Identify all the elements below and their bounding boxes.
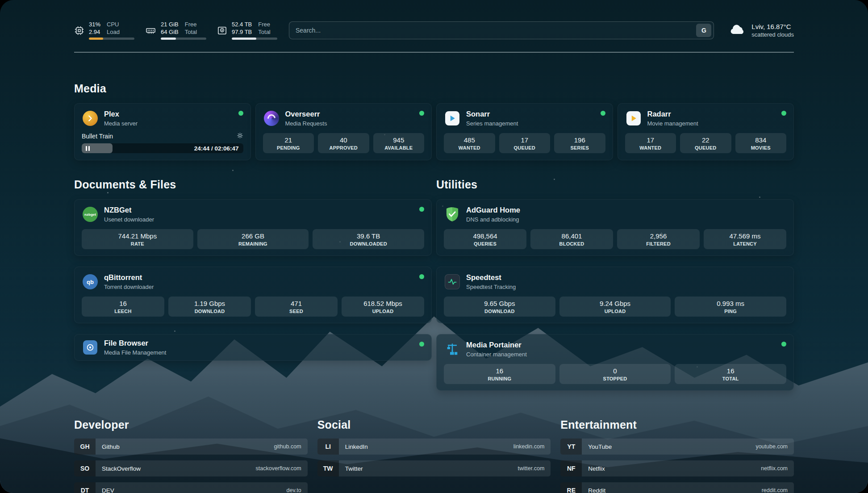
adguard-stat-latency: 47.569 ms LATENCY: [704, 229, 786, 249]
radarr-stat-movies: 834 MOVIES: [735, 133, 787, 153]
radarr-stat-queued: 22 QUEUED: [680, 133, 731, 153]
overseerr-card[interactable]: Overseerr Media Requests 21 PENDING 40 A…: [255, 103, 432, 160]
bookmark-url: linkedin.com: [513, 443, 544, 450]
bookmark-name: Twitter: [345, 465, 363, 472]
disk-label-2: Total: [258, 29, 270, 36]
radarr-stat-wanted: 17 WANTED: [625, 133, 676, 153]
entertainment-section-title: Entertainment: [560, 418, 794, 431]
weather-widget[interactable]: Lviv, 16.87°C scattered clouds: [729, 23, 794, 38]
adguard-subtitle: DNS and adblocking: [466, 216, 520, 223]
adguard-name: AdGuard Home: [466, 206, 520, 215]
bookmark-dev[interactable]: DT DEV dev.to: [74, 482, 308, 493]
sonarr-subtitle: Series management: [466, 120, 518, 127]
cpu-icon: [74, 25, 84, 36]
disk-label-1: Free: [258, 21, 270, 29]
pause-button[interactable]: [86, 146, 90, 151]
bookmark-abbr: TW: [317, 460, 339, 476]
nzbget-name: NZBGet: [104, 206, 154, 215]
media-section-title: Media: [74, 82, 794, 95]
speedtest-stat-ping: 0.993 ms PING: [675, 297, 786, 317]
disk-icon: [217, 25, 227, 36]
bookmark-linkedin[interactable]: LI LinkedIn linkedin.com: [317, 439, 551, 455]
plex-status-dot: [238, 111, 243, 116]
portainer-stat-total: 16 TOTAL: [675, 364, 786, 384]
topbar: 31% 2.94 CPU Load: [74, 18, 794, 43]
qbittorrent-card[interactable]: qb qBittorrent Torrent downloader 16 LEE…: [74, 267, 432, 323]
bookmark-twitter[interactable]: TW Twitter twitter.com: [317, 460, 551, 476]
filebrowser-card[interactable]: File Browser Media File Management: [74, 334, 432, 361]
portainer-stat-stopped: 0 STOPPED: [559, 364, 671, 384]
system-monitors: 31% 2.94 CPU Load: [74, 21, 277, 40]
bookmark-abbr: GH: [74, 439, 96, 455]
adguard-stat-filtered: 2,956 FILTERED: [617, 229, 700, 249]
plex-icon: [82, 110, 99, 127]
bookmark-name: StackOverflow: [102, 465, 141, 472]
bookmark-url: reddit.com: [762, 487, 788, 493]
qbittorrent-stat-seed: 471 SEED: [255, 297, 338, 317]
nzbget-subtitle: Usenet downloader: [104, 216, 154, 223]
social-section-title: Social: [317, 418, 551, 431]
section-entertainment: Entertainment YT YouTube youtube.com NF …: [560, 418, 794, 493]
ram-label-1: Free: [185, 21, 197, 29]
speedtest-card[interactable]: Speedtest Speedtest Tracking 9.65 Gbps D…: [436, 267, 794, 323]
speedtest-stat-download: 9.65 Gbps DOWNLOAD: [444, 297, 555, 317]
cpu-percent: 31%: [89, 21, 100, 29]
bookmark-name: Netflix: [588, 465, 605, 472]
portainer-status-dot: [781, 342, 786, 347]
bookmark-url: stackoverflow.com: [256, 465, 301, 472]
cpu-monitor: 31% 2.94 CPU Load: [74, 21, 134, 40]
bookmark-youtube[interactable]: YT YouTube youtube.com: [560, 439, 794, 455]
nzbget-status-dot: [419, 207, 424, 212]
filebrowser-name: File Browser: [104, 339, 166, 348]
speedtest-subtitle: Speedtest Tracking: [466, 284, 516, 290]
bookmark-reddit[interactable]: RE Reddit reddit.com: [560, 482, 794, 493]
sonarr-stat-wanted: 485 WANTED: [444, 133, 495, 153]
bookmark-name: YouTube: [588, 443, 612, 450]
weather-condition: scattered clouds: [751, 31, 794, 38]
bookmark-name: Reddit: [588, 487, 605, 493]
qbittorrent-name: qBittorrent: [104, 273, 154, 282]
topbar-divider: [74, 52, 794, 53]
nzbget-stat-rate: 744.21 Mbps RATE: [82, 229, 193, 249]
section-media: Media Plex Media server: [74, 82, 794, 160]
radarr-icon: [625, 110, 642, 127]
sonarr-card[interactable]: Sonarr Series management 485 WANTED 17 Q…: [436, 103, 613, 160]
overseerr-stat-pending: 21 PENDING: [263, 133, 314, 153]
plex-card[interactable]: Plex Media server Bullet Train: [74, 103, 251, 160]
bookmark-abbr: SO: [74, 460, 96, 476]
search-provider-button[interactable]: G: [696, 24, 711, 37]
documents-section-title: Documents & Files: [74, 178, 432, 191]
overseerr-subtitle: Media Requests: [285, 120, 327, 127]
sonarr-status-dot: [601, 111, 605, 116]
plex-settings-button[interactable]: [237, 132, 243, 140]
cpu-load: 2.94: [89, 29, 100, 36]
sonarr-stat-queued: 17 QUEUED: [499, 133, 551, 153]
bookmark-stackoverflow[interactable]: SO StackOverflow stackoverflow.com: [74, 460, 308, 476]
cpu-progress-bar: [89, 38, 134, 40]
plex-now-playing-title: Bullet Train: [82, 133, 113, 140]
sonarr-stat-series: 196 SERIES: [554, 133, 605, 153]
radarr-name: Radarr: [647, 110, 698, 119]
radarr-card[interactable]: Radarr Movie management 17 WANTED 22 QUE…: [618, 103, 794, 160]
plex-progress-bar[interactable]: 24:44 / 02:06:47: [82, 143, 243, 153]
radarr-status-dot: [781, 111, 786, 116]
portainer-icon: [444, 341, 461, 358]
portainer-card[interactable]: Media Portainer Container management 16 …: [436, 334, 794, 391]
search-bar: G: [289, 21, 714, 39]
bookmark-url: github.com: [274, 443, 301, 450]
bookmark-github[interactable]: GH Github github.com: [74, 439, 308, 455]
cloud-icon: [729, 23, 746, 38]
nzbget-stat-remaining: 266 GB REMAINING: [197, 229, 309, 249]
bookmark-abbr: LI: [317, 439, 339, 455]
filebrowser-icon: [82, 339, 99, 356]
bookmark-netflix[interactable]: NF Netflix netflix.com: [560, 460, 794, 476]
cpu-label-2: Load: [107, 29, 120, 36]
filebrowser-status-dot: [419, 342, 424, 347]
qbittorrent-stat-download: 1.19 Gbps DOWNLOAD: [168, 297, 251, 317]
nzbget-card[interactable]: nzbget NZBGet Usenet downloader 744.21 M…: [74, 199, 432, 256]
adguard-card[interactable]: AdGuard Home DNS and adblocking 498,564 …: [436, 199, 794, 256]
overseerr-status-dot: [419, 111, 424, 116]
search-input[interactable]: [296, 27, 696, 34]
qbittorrent-stat-upload: 618.52 Mbps UPLOAD: [342, 297, 424, 317]
speedtest-stat-upload: 9.24 Gbps UPLOAD: [559, 297, 671, 317]
